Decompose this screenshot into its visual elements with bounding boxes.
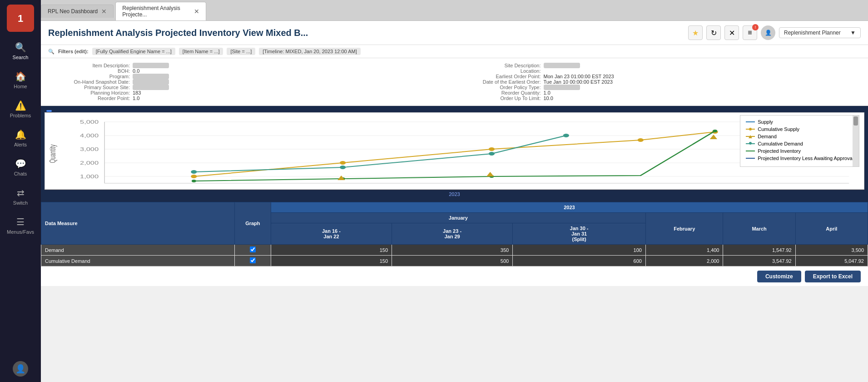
- sidebar-label-problems: Problems: [10, 113, 31, 118]
- demand-checkbox[interactable]: [250, 246, 256, 252]
- user-avatar-header[interactable]: 👤: [761, 25, 775, 40]
- filter-tag-timeline[interactable]: [Timeline: MIXED, Jan 20, 2023 12:00 AM]: [259, 48, 360, 55]
- filter-tag-engine[interactable]: [Fully Qualified Engine Name = ...]: [92, 48, 175, 55]
- tab-replenishment-analysis[interactable]: Replenishment Analysis Projecte... ✕: [115, 2, 206, 20]
- tab-bar: RPL Neo Dashboard ✕ Replenishment Analys…: [41, 0, 868, 21]
- detail-site-description: Site Description:: [459, 63, 861, 68]
- legend-cum-supply: Cumulative Supply: [746, 126, 853, 132]
- sidebar-label-alerts: Alerts: [14, 142, 27, 147]
- legend-supply-label: Supply: [758, 119, 773, 125]
- col-header-data-measure: Data Measure: [41, 202, 235, 245]
- sidebar-label-menus: Menus/Favs: [7, 229, 34, 235]
- customize-button[interactable]: Customize: [757, 271, 801, 282]
- page-title: Replenishment Analysis Projected Invento…: [48, 28, 308, 38]
- col-header-january: January: [271, 213, 645, 223]
- role-label: Replenishment Planner: [784, 30, 841, 36]
- year-label: 2023: [449, 191, 460, 197]
- cell-cum-demand-graph[interactable]: [234, 256, 271, 266]
- chart-container: 5,000 4,000 3,000 2,000 1,000 Quantity: [41, 106, 868, 202]
- sidebar-label-search: Search: [13, 55, 29, 60]
- main-content: RPL Neo Dashboard ✕ Replenishment Analys…: [41, 0, 868, 382]
- cell-cum-demand-label: Cumulative Demand: [41, 256, 235, 266]
- legend-proj-inv-less-line: [746, 158, 755, 159]
- filter-tag-site[interactable]: [Site = ...]: [227, 48, 255, 55]
- footer-bar: Customize Export to Excel: [41, 266, 868, 286]
- cell-demand-label: Demand: [41, 245, 235, 256]
- sidebar-label-switch: Switch: [13, 200, 28, 206]
- year-timeline-bar: 2023: [45, 190, 864, 198]
- detail-snapshot-date: On-Hand Snapshot Date:: [48, 79, 450, 85]
- data-table-container: Data Measure Graph 2023 January February…: [41, 202, 868, 266]
- filters-label: Filters (edit):: [58, 49, 89, 54]
- legend-cum-demand-label: Cumulative Demand: [758, 141, 803, 146]
- svg-point-22: [489, 152, 495, 156]
- svg-point-24: [192, 180, 196, 182]
- sidebar-item-avatar[interactable]: 👤: [0, 356, 41, 382]
- cell-demand-jan30: 100: [513, 245, 646, 256]
- app-logo[interactable]: 1: [7, 5, 34, 32]
- cum-demand-checkbox[interactable]: [250, 257, 256, 263]
- svg-text:2,000: 2,000: [80, 161, 99, 166]
- legend-scrollbar[interactable]: [853, 116, 859, 166]
- legend-supply: Supply: [746, 119, 853, 125]
- avatar: 👤: [13, 361, 28, 377]
- warning-icon: ⚠️: [15, 100, 26, 111]
- col-header-april: April: [795, 213, 868, 245]
- sidebar-item-chats[interactable]: 💬 Chats: [0, 153, 41, 182]
- detail-order-policy: Order Policy Type:: [459, 85, 861, 90]
- refresh-button[interactable]: ↻: [706, 25, 721, 40]
- menu-icon: ☰: [16, 216, 25, 227]
- chat-icon: 💬: [15, 158, 26, 169]
- legend-cum-supply-label: Cumulative Supply: [758, 126, 799, 132]
- svg-point-18: [638, 138, 644, 142]
- col-header-graph: Graph: [234, 202, 271, 245]
- legend-proj-inv: Projected Inventory: [746, 148, 853, 154]
- sidebar-item-alerts[interactable]: 🔔 Alerts: [0, 124, 41, 153]
- cell-cum-demand-apr: 5,047.92: [795, 256, 868, 266]
- svg-point-21: [340, 166, 346, 169]
- svg-text:1,000: 1,000: [80, 174, 99, 179]
- legend-cum-demand: Cumulative Demand: [746, 141, 853, 146]
- role-dropdown[interactable]: Replenishment Planner ▼: [779, 27, 861, 38]
- tab-replenishment-close[interactable]: ✕: [194, 8, 199, 15]
- col-header-jan16-22: Jan 16 -Jan 22: [271, 223, 392, 245]
- cell-demand-jan23: 350: [392, 245, 513, 256]
- filter-tag-item[interactable]: [Item Name = ...]: [179, 48, 223, 55]
- close-button[interactable]: ✕: [724, 25, 739, 40]
- notification-button[interactable]: ≡ !: [743, 25, 757, 40]
- cell-cum-demand-jan30: 600: [513, 256, 646, 266]
- col-header-jan30-31: Jan 30 -Jan 31(Split): [513, 223, 646, 245]
- tab-rpl-close[interactable]: ✕: [101, 8, 107, 15]
- svg-text:3,000: 3,000: [80, 147, 99, 152]
- legend-cum-demand-line: [746, 143, 755, 144]
- sidebar-item-switch[interactable]: ⇄ Switch: [0, 182, 41, 211]
- svg-point-16: [340, 161, 346, 165]
- sidebar-item-problems[interactable]: ⚠️ Problems: [0, 95, 41, 124]
- sidebar-item-home[interactable]: 🏠 Home: [0, 65, 41, 95]
- sidebar-item-menus[interactable]: ☰ Menus/Favs: [0, 211, 41, 240]
- detail-program: Program:: [48, 74, 450, 79]
- detail-reorder-point: Reorder Point: 1.0: [48, 96, 450, 101]
- detail-location: Location:: [459, 68, 861, 74]
- cell-demand-jan16: 150: [271, 245, 392, 256]
- col-header-february: February: [645, 213, 723, 245]
- detail-primary-source: Primary Source Site:: [48, 85, 450, 90]
- tab-replenishment-label: Replenishment Analysis Projecte...: [122, 5, 190, 18]
- export-button[interactable]: Export to Excel: [805, 271, 861, 282]
- col-header-jan23-29: Jan 23 -Jan 29: [392, 223, 513, 245]
- detail-planning-horizon: Planning Horizon: 183: [48, 90, 450, 96]
- page-header: Replenishment Analysis Projected Invento…: [41, 21, 868, 45]
- detail-earliest-order-point: Earliest Order Point: Mon Jan 23 01:00:0…: [459, 74, 861, 79]
- content-area: Replenishment Analysis Projected Invento…: [41, 21, 868, 382]
- svg-point-17: [489, 147, 495, 151]
- svg-text:5,000: 5,000: [80, 120, 99, 125]
- bell-icon: 🔔: [15, 129, 26, 140]
- cell-cum-demand-feb: 2,000: [645, 256, 723, 266]
- svg-text:Quantity: Quantity: [48, 144, 57, 163]
- filter-icon: 🔍: [48, 49, 55, 55]
- col-header-march: March: [723, 213, 795, 245]
- cell-demand-graph[interactable]: [234, 245, 271, 256]
- star-button[interactable]: ★: [688, 25, 703, 40]
- tab-rpl-dashboard[interactable]: RPL Neo Dashboard ✕: [41, 5, 114, 18]
- sidebar-item-search[interactable]: 🔍 Search: [0, 36, 41, 65]
